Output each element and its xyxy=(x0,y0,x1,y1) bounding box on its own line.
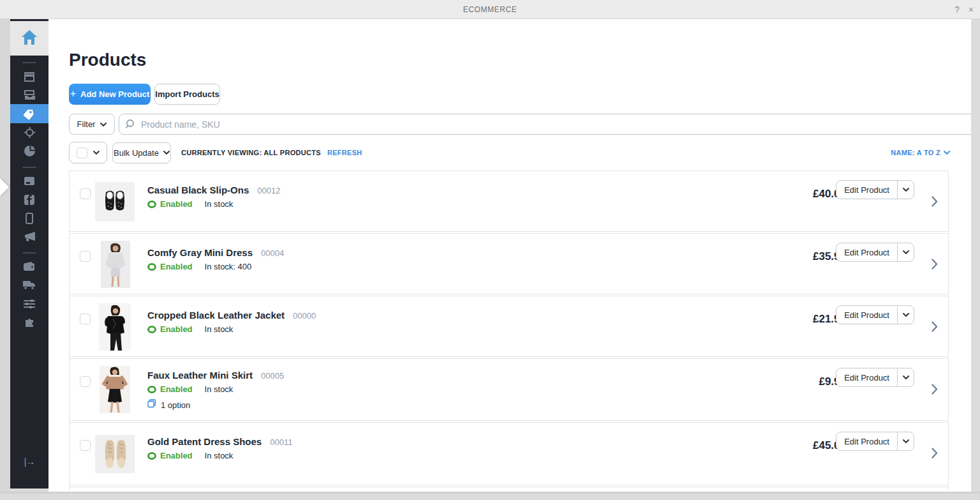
product-stock: In stock xyxy=(205,324,234,334)
product-stock: In stock xyxy=(205,199,234,209)
sidebar-collapse-button[interactable]: |→ xyxy=(10,452,48,471)
chevron-down-icon xyxy=(903,313,909,317)
enabled-toggle-icon xyxy=(147,452,156,460)
refresh-link[interactable]: REFRESH xyxy=(327,149,362,156)
enabled-toggle-icon xyxy=(147,201,156,208)
edit-product-button[interactable]: Edit Product xyxy=(836,432,897,450)
product-row[interactable]: Comfy Gray Mini Dress 00004 Enabled In s… xyxy=(69,233,949,294)
sidebar-item-products[interactable] xyxy=(10,104,48,123)
product-row[interactable]: Gold Patent Dress Shoes 00011 Enabled In… xyxy=(69,422,949,485)
product-row[interactable]: Faux Leather Mini Skirt 00005 Enabled In… xyxy=(69,358,949,421)
row-checkbox[interactable] xyxy=(80,314,91,324)
sidebar-divider xyxy=(22,167,36,168)
sidebar-item-home[interactable] xyxy=(10,21,48,56)
product-image[interactable] xyxy=(95,435,135,473)
row-expand-chevron[interactable] xyxy=(932,321,938,335)
edit-product-menu-button[interactable] xyxy=(897,306,914,324)
facebook-icon xyxy=(24,195,34,205)
product-sku: 00000 xyxy=(293,311,316,321)
chevron-down-icon xyxy=(100,123,107,126)
chevron-down-icon xyxy=(944,151,950,155)
edit-product-menu-button[interactable] xyxy=(897,243,914,261)
home-icon xyxy=(20,29,38,48)
currently-viewing-label: CURRENTLY VIEWING: ALL PRODUCTS xyxy=(181,149,321,156)
row-checkbox[interactable] xyxy=(80,188,91,199)
edit-product-menu-button[interactable] xyxy=(897,432,914,450)
main-content: Products + Add New Product Import Produc… xyxy=(48,19,971,492)
product-search-input[interactable] xyxy=(119,114,971,135)
edit-product-split-button: Edit Product xyxy=(836,305,914,324)
product-sku: 00005 xyxy=(261,371,284,381)
row-expand-chevron[interactable] xyxy=(932,196,938,209)
chevron-down-icon xyxy=(163,151,170,155)
tag-icon xyxy=(24,108,36,120)
sidebar-item-store[interactable] xyxy=(10,67,48,86)
edit-product-button[interactable]: Edit Product xyxy=(836,181,897,199)
sidebar-item-marketing[interactable] xyxy=(10,227,48,246)
sort-selector[interactable]: NAME: A TO Z xyxy=(891,149,950,156)
edit-product-menu-button[interactable] xyxy=(897,181,914,199)
sidebar-item-apps[interactable] xyxy=(10,313,48,331)
bulk-update-button[interactable]: Bulk Update xyxy=(112,142,171,163)
panel-expand-handle[interactable] xyxy=(0,178,9,196)
row-expand-chevron[interactable] xyxy=(932,259,938,272)
row-checkbox[interactable] xyxy=(80,376,91,387)
product-sku: 00012 xyxy=(257,186,280,195)
sidebar-item-facebook[interactable] xyxy=(10,190,48,209)
product-status: Enabled xyxy=(160,324,193,334)
row-expand-chevron[interactable] xyxy=(932,448,938,461)
orders-icon xyxy=(24,90,35,100)
sidebar-item-payment[interactable] xyxy=(10,257,48,276)
product-list: Casual Black Slip-Ons 00012 Enabled In s… xyxy=(69,170,949,490)
row-checkbox[interactable] xyxy=(80,251,91,262)
product-row[interactable]: Casual Black Slip-Ons 00012 Enabled In s… xyxy=(69,170,949,232)
sidebar-nav: |→ xyxy=(10,19,48,489)
sliders-icon xyxy=(24,299,35,308)
row-expand-chevron[interactable] xyxy=(932,384,938,397)
sidebar-item-marketing-target[interactable] xyxy=(10,123,48,142)
product-image[interactable] xyxy=(95,182,135,222)
product-name[interactable]: Comfy Gray Mini Dress xyxy=(147,247,253,258)
store-icon xyxy=(24,72,35,82)
sidebar-item-mobile[interactable] xyxy=(10,209,48,227)
product-row[interactable]: Cropped Black Leather Jacket 00000 Enabl… xyxy=(69,296,949,357)
product-name[interactable]: Casual Black Slip-Ons xyxy=(147,185,249,195)
page-title: Products xyxy=(69,50,146,70)
filter-button[interactable]: Filter xyxy=(69,114,115,135)
sidebar-item-orders[interactable] xyxy=(10,86,48,104)
plus-icon: + xyxy=(70,89,76,99)
edit-product-split-button: Edit Product xyxy=(836,243,914,262)
sidebar-item-shipping[interactable] xyxy=(10,276,48,294)
product-image[interactable] xyxy=(100,366,130,413)
edit-product-button[interactable]: Edit Product xyxy=(836,368,897,386)
sidebar-divider xyxy=(22,252,36,254)
product-status: Enabled xyxy=(160,384,193,394)
select-all-dropdown[interactable] xyxy=(69,142,107,163)
edit-product-button[interactable]: Edit Product xyxy=(836,243,897,261)
truck-icon xyxy=(23,280,36,290)
pie-chart-icon xyxy=(24,146,35,156)
edit-product-menu-button[interactable] xyxy=(897,368,914,386)
product-name[interactable]: Gold Patent Dress Shoes xyxy=(147,436,262,447)
product-sku: 00004 xyxy=(261,248,284,258)
enabled-toggle-icon xyxy=(147,386,156,393)
select-all-checkbox[interactable] xyxy=(77,148,87,158)
add-new-product-button[interactable]: + Add New Product xyxy=(69,84,151,105)
sidebar-item-reports[interactable] xyxy=(10,142,48,160)
window-titlebar: ECOMMERCE ? × xyxy=(0,0,980,19)
close-icon[interactable]: × xyxy=(969,5,974,14)
sidebar-item-settings[interactable] xyxy=(10,294,48,313)
chevron-down-icon xyxy=(903,188,909,192)
sidebar-item-storefront[interactable] xyxy=(10,172,48,190)
import-products-button[interactable]: Import Products xyxy=(154,84,220,105)
product-name[interactable]: Cropped Black Leather Jacket xyxy=(147,310,285,321)
product-image[interactable] xyxy=(101,241,130,288)
wallet-icon xyxy=(24,262,35,271)
product-name[interactable]: Faux Leather Mini Skirt xyxy=(147,370,253,381)
product-image[interactable] xyxy=(99,303,131,351)
row-checkbox[interactable] xyxy=(80,440,91,451)
enabled-toggle-icon xyxy=(147,326,156,333)
help-icon[interactable]: ? xyxy=(954,5,960,14)
edit-product-button[interactable]: Edit Product xyxy=(836,306,897,324)
product-options: 1 option xyxy=(161,400,190,410)
